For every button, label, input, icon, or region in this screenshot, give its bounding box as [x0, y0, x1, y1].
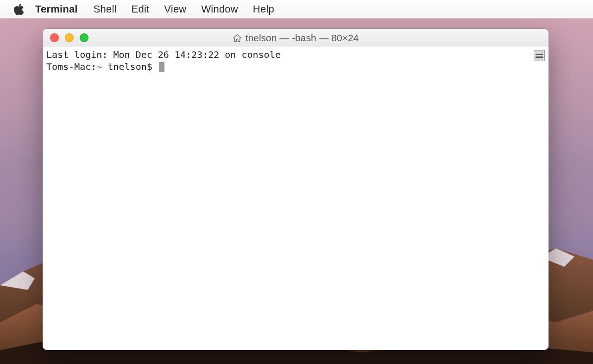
close-button[interactable] — [50, 33, 59, 42]
apple-menu-icon[interactable] — [13, 3, 25, 15]
scroll-menu-icon[interactable] — [534, 50, 545, 61]
window-controls — [43, 33, 88, 42]
home-icon — [233, 34, 242, 42]
window-title-area: tnelson — -bash — 80×24 — [43, 32, 549, 44]
menu-window[interactable]: Window — [194, 3, 245, 15]
terminal-content[interactable]: Last login: Mon Dec 26 14:23:22 on conso… — [43, 47, 549, 350]
last-login-line: Last login: Mon Dec 26 14:23:22 on conso… — [46, 49, 545, 61]
menu-view[interactable]: View — [157, 3, 194, 15]
cursor — [159, 62, 164, 72]
window-titlebar[interactable]: tnelson — -bash — 80×24 — [43, 29, 549, 47]
menu-edit[interactable]: Edit — [124, 3, 157, 15]
minimize-button[interactable] — [65, 33, 74, 42]
menu-shell[interactable]: Shell — [86, 3, 124, 15]
menu-app-name[interactable]: Terminal — [35, 3, 86, 15]
terminal-window: tnelson — -bash — 80×24 Last login: Mon … — [43, 29, 549, 350]
system-menubar: Terminal Shell Edit View Window Help — [0, 0, 593, 19]
menu-help[interactable]: Help — [246, 3, 282, 15]
window-title-text: tnelson — -bash — 80×24 — [246, 32, 359, 44]
zoom-button[interactable] — [80, 33, 88, 42]
shell-prompt: Toms-Mac:~ tnelson$ — [46, 61, 158, 72]
